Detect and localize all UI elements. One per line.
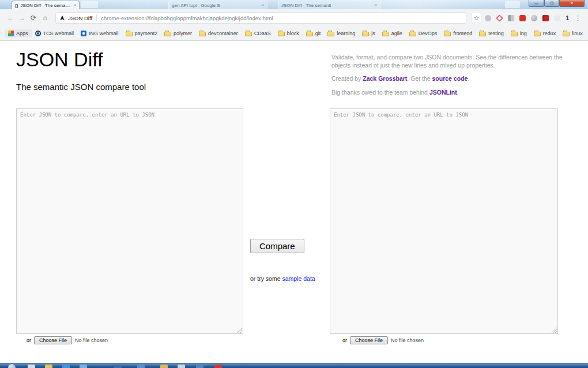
left-json-input[interactable] [16, 108, 243, 334]
taskbar-icon[interactable] [62, 365, 70, 368]
choose-file-button[interactable]: Choose File [350, 336, 388, 344]
thanks-suffix: . [457, 89, 459, 96]
extension-video-icon[interactable] [519, 15, 526, 21]
bookmark-folder-block[interactable]: block [274, 29, 303, 37]
browser-menu-icon[interactable]: ⋮ [572, 14, 583, 22]
extension-password-icon[interactable]: 1 [566, 15, 569, 21]
page-title: JSON Diff [16, 48, 103, 71]
start-button[interactable] [8, 364, 16, 368]
folder-icon [126, 32, 133, 36]
tab-json-diff-active[interactable]: {} JSON Diff - The semantic × [12, 1, 80, 9]
desktop: { "colors": { "link_purple": "#5e2b97", … [0, 0, 588, 368]
browser-titlebar: {} JSON Diff - The semantic × gen API to… [0, 0, 588, 9]
bookmark-label: redux [543, 31, 556, 36]
extension-globe-icon[interactable] [531, 15, 537, 21]
bookmark-folder-frontend[interactable]: frontend [440, 29, 476, 37]
bookmark-label: testing [488, 31, 504, 36]
taskbar-icon[interactable] [137, 365, 145, 368]
taskbar-icon[interactable] [160, 365, 168, 368]
folder-icon [534, 32, 541, 36]
bookmark-folder-ing[interactable]: ing [507, 29, 530, 37]
bookmark-ing-webmail[interactable]: ING webmail [77, 29, 122, 37]
extension-icons: 1 [485, 15, 569, 21]
extension-circle-icon[interactable] [485, 15, 491, 21]
taskbar-folder-icon[interactable] [45, 365, 52, 368]
url-text[interactable]: chrome-extension://fclapbohggloppmfmakhc… [101, 15, 273, 21]
back-icon[interactable]: ← [5, 14, 16, 22]
bookmark-folder-payment2[interactable]: payment2 [122, 29, 161, 37]
bookmark-folder-git[interactable]: git [303, 29, 325, 37]
bookmark-label: linux [572, 31, 583, 36]
taskbar-icon[interactable] [214, 365, 222, 368]
bookmark-apps[interactable]: Apps [5, 29, 32, 37]
right-editor-wrap [330, 108, 558, 334]
tab-google-search[interactable]: gen API topi - Google S × [168, 1, 267, 9]
intro-text: Validate, format, and compare two JSON d… [331, 53, 564, 69]
or-label: or [27, 337, 31, 343]
taskbar-icon[interactable] [178, 365, 185, 368]
bookmark-folder-linux[interactable]: linux [559, 29, 586, 37]
bookmark-star-icon[interactable]: ☆ [471, 13, 481, 23]
bookmark-label: js [371, 31, 375, 36]
credit-suffix: . [468, 75, 469, 82]
file-status-text: No file chosen [75, 337, 108, 343]
taskbar-icon[interactable] [114, 365, 122, 368]
choose-file-button[interactable]: Choose File [34, 336, 72, 344]
folder-icon [306, 32, 313, 36]
extension-name-chip: JSON Diff [68, 15, 92, 21]
forward-icon[interactable]: → [16, 14, 28, 22]
browser-toolbar: ← → ⟳ ⌂ JSON Diff chrome-extension://fcl… [0, 9, 588, 27]
bookmark-label: frontend [453, 31, 472, 36]
right-json-input[interactable] [330, 108, 558, 334]
json-diff-page: JSON Diff The semantic JSON compare tool… [0, 42, 588, 363]
bookmark-label: agile [391, 31, 402, 36]
folder-icon [362, 32, 369, 36]
minimize-button[interactable]: — [529, 0, 544, 7]
bookmark-label: CDaaS [254, 31, 271, 36]
bookmark-folder-agile[interactable]: agile [379, 29, 406, 37]
folder-icon [409, 32, 416, 36]
extension-faded-circle-icon[interactable] [554, 15, 560, 21]
folder-icon [278, 32, 285, 36]
bookmark-folder-js[interactable]: js [359, 29, 379, 37]
tab-json-diff-2[interactable]: JSON Diff - The semanti × [278, 1, 380, 9]
bookmark-folder-redux[interactable]: redux [530, 29, 560, 37]
bookmark-folder-cdaas[interactable]: CDaaS [242, 29, 274, 37]
author-link[interactable]: Zack Grossbart [363, 75, 407, 82]
tab-close-icon[interactable]: × [73, 3, 76, 7]
address-bar[interactable]: JSON Diff chrome-extension://fclapbohggl… [55, 12, 466, 24]
bookmark-folder-devcontainer[interactable]: devcontainer [195, 29, 242, 37]
bookmark-label: block [287, 31, 299, 36]
credit-middle: . Get the [407, 75, 432, 82]
extension-book-icon[interactable] [542, 15, 549, 21]
bookmark-tcs-webmail[interactable]: TCS webmail [32, 29, 78, 37]
compare-button[interactable]: Compare [250, 239, 304, 253]
sample-data-link[interactable]: sample data [282, 275, 315, 282]
source-code-link[interactable]: source code [432, 75, 468, 82]
bookmark-label: polymer [174, 31, 192, 36]
jsonlint-link[interactable]: JSONLint [429, 89, 457, 96]
bookmark-folder-polymer[interactable]: polymer [161, 29, 195, 37]
folder-icon [479, 32, 486, 36]
close-button[interactable]: ✕ [559, 0, 585, 7]
intro-column: Validate, format, and compare two JSON d… [331, 53, 564, 102]
extension-grid-icon[interactable] [508, 15, 514, 21]
thanks-line: Big thanks owed to the team behind JSONL… [331, 88, 564, 96]
credit-line: Created by Zack Grossbart. Get the sourc… [331, 74, 564, 82]
maximize-button[interactable]: ❐ [544, 0, 559, 7]
extension-diamond-icon[interactable] [496, 14, 503, 21]
new-tab-button[interactable] [505, 1, 520, 8]
reload-icon[interactable]: ⟳ [28, 14, 39, 22]
folder-icon [327, 32, 334, 36]
right-file-chooser: or Choose File No file chosen [342, 336, 424, 344]
tab-close-icon[interactable]: × [374, 3, 377, 7]
bookmark-folder-learning[interactable]: learning [324, 29, 359, 37]
taskbar-icon[interactable] [196, 365, 203, 368]
bookmark-folder-devops[interactable]: DevOps [406, 29, 441, 37]
bookmark-folder-testing[interactable]: testing [476, 29, 507, 37]
taskbar-icon[interactable] [28, 365, 35, 368]
tab-close-icon[interactable]: × [261, 3, 264, 7]
home-icon[interactable]: ⌂ [39, 14, 51, 22]
taskbar-icon[interactable] [80, 365, 87, 368]
bookmark-label: DevOps [419, 31, 438, 36]
